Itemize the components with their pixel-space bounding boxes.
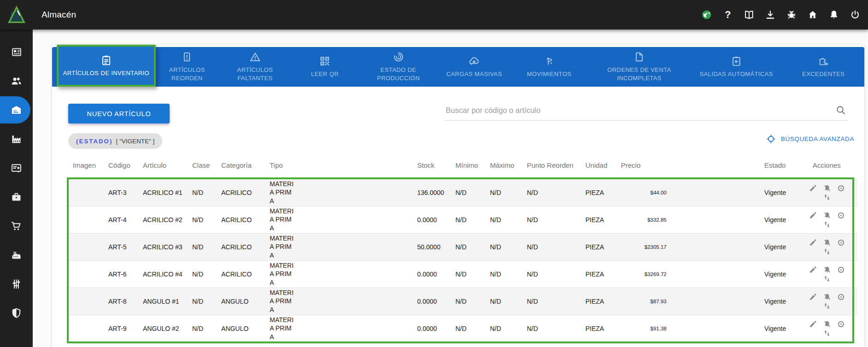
help-icon[interactable]: ? bbox=[722, 9, 733, 20]
globe-icon[interactable] bbox=[701, 9, 712, 20]
cell-stock: 0.0000 bbox=[411, 315, 449, 342]
nuevo-articulo-button[interactable]: NUEVO ARTÍCULO bbox=[68, 104, 170, 124]
tab-label: ARTÍCULOS FALTANTES bbox=[222, 66, 288, 82]
tune-sliders-icon bbox=[10, 278, 23, 290]
notifications-off-icon[interactable] bbox=[823, 320, 832, 329]
transfer-icon[interactable] bbox=[823, 247, 831, 256]
transfer-icon[interactable] bbox=[823, 220, 831, 229]
edit-icon[interactable] bbox=[809, 320, 817, 328]
power-icon[interactable] bbox=[850, 9, 861, 20]
tab-articulos-de-inventario[interactable]: ARTÍCULOS DE INVENTARIO bbox=[57, 45, 156, 87]
view-icon[interactable] bbox=[837, 320, 845, 329]
topbar: Almacén ? bbox=[0, 0, 868, 29]
edit-icon[interactable] bbox=[809, 238, 817, 247]
view-icon[interactable] bbox=[837, 238, 845, 247]
home-icon[interactable] bbox=[807, 9, 818, 20]
notifications-off-icon[interactable] bbox=[823, 211, 832, 220]
cell-minimo: N/D bbox=[449, 233, 484, 260]
transfer-icon[interactable] bbox=[823, 302, 831, 310]
tab-estado-de-produccion[interactable]: ESTADO DE PRODUCCIÓN bbox=[358, 47, 439, 87]
tab-leer-qr[interactable]: LEER QR bbox=[292, 47, 359, 87]
view-icon[interactable] bbox=[837, 293, 845, 301]
cell-stock: 0.0000 bbox=[411, 288, 449, 315]
notifications-off-icon[interactable] bbox=[823, 238, 832, 247]
manual-book-icon[interactable] bbox=[744, 9, 755, 20]
cell-estado: Vigente bbox=[673, 206, 800, 233]
table-row[interactable]: ART-9 ANGULO #2 N/D ANGULO MATERIA PRIMA… bbox=[67, 315, 857, 342]
notifications-off-icon[interactable] bbox=[823, 293, 832, 301]
sidebar-item-briefcase[interactable] bbox=[0, 182, 33, 212]
tab-articulos-faltantes[interactable]: ARTÍCULOS FALTANTES bbox=[218, 47, 292, 87]
search-icon[interactable] bbox=[835, 105, 846, 118]
tab-salidas-automaticas[interactable]: SALIDAS AUTOMÁTICAS bbox=[690, 47, 783, 87]
warehouse-icon bbox=[10, 104, 23, 116]
sidebar-item-shopping-cart[interactable] bbox=[0, 212, 33, 241]
factory-icon bbox=[10, 133, 23, 145]
debug-bug-icon[interactable] bbox=[786, 9, 797, 20]
cell-unidad: PIEZA bbox=[579, 260, 615, 288]
column-header-precio: Precio bbox=[615, 152, 673, 179]
cell-maximo: N/D bbox=[484, 288, 521, 315]
cloud-upload-icon bbox=[468, 55, 480, 67]
sidebar-item-warehouse[interactable] bbox=[0, 95, 33, 124]
app-logo[interactable] bbox=[6, 4, 27, 25]
tab-movimientos[interactable]: MOVIMIENTOS bbox=[510, 47, 589, 87]
tab-cargas-masivas[interactable]: CARGAS MASIVAS bbox=[439, 47, 510, 87]
tab-articulos-reorden[interactable]: ARTÍCULOS REORDEN bbox=[156, 47, 219, 87]
search-input[interactable] bbox=[445, 100, 848, 120]
tab-ordenes-de-venta-incompletas[interactable]: ORDENES DE VENTA INCOMPLETAS bbox=[589, 47, 691, 87]
cell-categoria: ANGULO bbox=[215, 315, 264, 342]
advanced-search-link[interactable]: BÚSQUEDA AVANZADA bbox=[766, 134, 854, 144]
table-row[interactable]: ART-6 ACRILICO #4 N/D ACRILICO MATERIA P… bbox=[67, 260, 857, 288]
download-icon[interactable] bbox=[765, 9, 776, 20]
sidebar-item-news[interactable] bbox=[0, 37, 33, 66]
table-row[interactable]: ART-8 ANGULO #1 N/D ANGULO MATERIA PRIMA… bbox=[67, 288, 857, 315]
view-icon[interactable] bbox=[837, 184, 845, 193]
view-icon[interactable] bbox=[837, 211, 845, 220]
edit-icon[interactable] bbox=[809, 265, 817, 274]
page-title: Almacén bbox=[41, 10, 76, 20]
column-header-minimo: Mínimo bbox=[449, 152, 484, 179]
cell-unidad: PIEZA bbox=[579, 179, 615, 206]
edit-icon[interactable] bbox=[809, 184, 817, 192]
puzzle-plus-icon bbox=[818, 55, 829, 67]
column-header-codigo: Código bbox=[102, 152, 137, 179]
sidebar-item-cash-register[interactable] bbox=[0, 241, 33, 270]
cell-codigo: ART-9 bbox=[102, 315, 137, 342]
edit-icon[interactable] bbox=[809, 211, 817, 219]
cell-tipo: MATERIA PRIMA bbox=[264, 179, 411, 206]
transfer-icon[interactable] bbox=[823, 193, 831, 201]
cash-register-icon bbox=[10, 249, 23, 261]
cell-stock: 0.0000 bbox=[411, 206, 449, 233]
cell-acciones bbox=[800, 206, 857, 233]
table-row[interactable]: ART-5 ACRILICO #3 N/D ACRILICO MATERIA P… bbox=[67, 233, 857, 260]
sidebar-item-users[interactable] bbox=[0, 66, 33, 95]
content-card: ARTÍCULOS DE INVENTARIO ARTÍCULOS REORDE… bbox=[52, 45, 864, 347]
cell-imagen bbox=[67, 260, 102, 288]
filter-chip[interactable]: (ESTADO) [ "VIGENTE" ] bbox=[68, 133, 162, 149]
tab-excedentes[interactable]: EXCEDENTES bbox=[783, 47, 865, 87]
table-row[interactable]: ART-3 ACRILICO #1 N/D ACRILICO MATERIA P… bbox=[67, 179, 857, 206]
inventory-table: Imagen Código Artículo Clase Categoría T… bbox=[67, 152, 857, 342]
cell-unidad: PIEZA bbox=[579, 233, 615, 260]
view-icon[interactable] bbox=[837, 265, 845, 274]
cell-punto-reorden: N/D bbox=[521, 233, 579, 260]
edit-icon[interactable] bbox=[809, 293, 817, 301]
notifications-off-icon[interactable] bbox=[823, 265, 832, 274]
sidebar-item-membership-card[interactable] bbox=[0, 153, 33, 182]
sidebar-item-shield[interactable] bbox=[0, 299, 33, 328]
cell-precio: $2305.17 bbox=[615, 233, 673, 260]
table-row[interactable]: ART-4 ACRILICO #2 N/D ACRILICO MATERIA P… bbox=[67, 206, 857, 233]
sidebar-item-tune-sliders[interactable] bbox=[0, 270, 33, 299]
notifications-bell-icon[interactable] bbox=[828, 9, 839, 20]
sidebar bbox=[0, 29, 33, 347]
transfer-icon[interactable] bbox=[823, 329, 831, 337]
transfer-icon[interactable] bbox=[823, 275, 831, 283]
cell-precio: $332.85 bbox=[615, 206, 673, 233]
cell-minimo: N/D bbox=[449, 260, 484, 288]
sidebar-item-factory[interactable] bbox=[0, 124, 33, 153]
table-body: ART-3 ACRILICO #1 N/D ACRILICO MATERIA P… bbox=[67, 179, 857, 342]
column-header-punto-reorden: Punto Reorden bbox=[521, 152, 579, 179]
notifications-off-icon[interactable] bbox=[823, 184, 832, 193]
toolbar: NUEVO ARTÍCULO (ESTADO) [ "VIGENTE" ] bbox=[52, 87, 864, 152]
